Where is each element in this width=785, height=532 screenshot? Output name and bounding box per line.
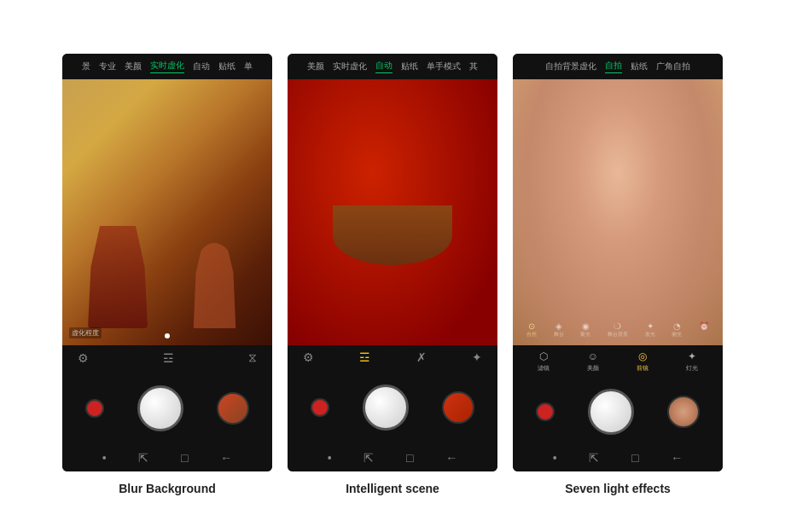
video-button-3[interactable] [536, 402, 555, 421]
caption-intelligent: Intelligent scene [346, 482, 439, 495]
portrait-scene: ⊙ 自然 ◈ 舞台 ◉ 聚光 ❍ 舞台背景 [513, 79, 723, 345]
light-icon-1[interactable]: ⊙ 自然 [526, 321, 537, 338]
blur-overlay-text: 虚化程度 [69, 327, 102, 338]
nav-item-jing[interactable]: 景 [82, 61, 90, 72]
phone-blur-background: 景 专业 美颜 实时虚化 自动 贴纸 单 虚化程度 ⚙ ☲ ⧖ [62, 54, 272, 495]
portrait-icon-filter[interactable]: ⬡ 滤镜 [538, 350, 550, 373]
light-icon-2[interactable]: ◈ 舞台 [554, 321, 564, 338]
light-icon-3[interactable]: ◉ 聚光 [580, 321, 590, 338]
phone-2-bottom: ⚙ ☲ ✗ ✦ • ⇱ □ ← [288, 345, 497, 471]
blur-dot-indicator [165, 333, 170, 338]
nav2-meiyann[interactable]: 美颜 [307, 61, 324, 72]
phone-1-icon-row: ⚙ ☲ ⧖ [69, 350, 265, 365]
square-icon-3[interactable]: □ [631, 451, 638, 465]
phone-2-shutter-row [294, 385, 491, 431]
nav3-active[interactable]: 自拍 [605, 60, 622, 73]
wine-scene: 虚化程度 [62, 79, 272, 345]
video-button[interactable] [85, 399, 104, 418]
phone-3-shutter-row [520, 389, 716, 435]
phone-3-bottom-nav: • ⇱ □ ← [520, 451, 716, 465]
settings-icon[interactable]: ⚙ [78, 351, 89, 365]
shutter-button-3[interactable] [588, 389, 634, 435]
phone-2-scene [288, 79, 497, 345]
back-icon-2[interactable]: ← [445, 451, 457, 465]
phone-2-nav: 美颜 实时虚化 自动 贴纸 单手模式 其 [288, 54, 497, 79]
nav3-bg[interactable]: 自拍背景虚化 [545, 61, 596, 72]
portrait-icon-lens[interactable]: ◎ 前镜 [637, 350, 648, 373]
nav-item-zhuanye[interactable]: 专业 [99, 61, 116, 72]
timer-icon[interactable]: ⧖ [248, 350, 257, 365]
phones-container: 景 专业 美颜 实时虚化 自动 贴纸 单 虚化程度 ⚙ ☲ ⧖ [45, 37, 740, 495]
phone-2-icon-row: ⚙ ☲ ✗ ✦ [294, 350, 491, 364]
phone-1-shutter-row [69, 385, 265, 431]
phone-3-portrait-icon-row: ⬡ 滤镜 ☺ 美颜 ◎ 前镜 ✦ 灯光 [520, 350, 716, 373]
phone-screen-2: 美颜 实时虚化 自动 贴纸 单手模式 其 ⚙ ☲ ✗ ✦ [288, 54, 497, 471]
phone-1-bottom-nav: • ⇱ □ ← [69, 451, 265, 465]
nav-item-single[interactable]: 单 [244, 61, 253, 72]
nav-item-sticker[interactable]: 贴纸 [218, 61, 236, 72]
light-icon-5[interactable]: ✦ 发光 [645, 321, 655, 338]
caption-light: Seven light effects [565, 482, 671, 495]
nav2-active[interactable]: 自动 [375, 60, 392, 73]
phone-2-bottom-nav: • ⇱ □ ← [294, 451, 491, 465]
dot-icon-3: • [553, 451, 557, 465]
settings-icon-2[interactable]: ⚙ [303, 350, 314, 364]
nav3-wide[interactable]: 广角自拍 [656, 61, 690, 72]
video-button-2[interactable] [311, 398, 329, 417]
nav2-shishi[interactable]: 实时虚化 [333, 61, 367, 72]
square-icon[interactable]: □ [181, 451, 188, 465]
flash-icon-2[interactable]: ☲ [359, 350, 370, 364]
strawberry-scene [288, 79, 497, 345]
gallery-thumbnail-2[interactable] [442, 391, 474, 424]
phone-1-scene: 虚化程度 [62, 79, 272, 345]
phone-1-bottom: ⚙ ☲ ⧖ • ⇱ □ ← [62, 345, 272, 471]
cross-icon-2[interactable]: ✗ [416, 350, 427, 364]
gallery-thumbnail-3[interactable] [667, 396, 700, 428]
flash-icon[interactable]: ☲ [163, 351, 174, 365]
light-icon-7[interactable]: ⏰ [699, 321, 709, 338]
sparkle-icon-2[interactable]: ✦ [472, 350, 482, 364]
phone-1-nav: 景 专业 美颜 实时虚化 自动 贴纸 单 [62, 54, 272, 79]
light-icon-6[interactable]: ◔ 侧光 [672, 321, 682, 338]
gallery-thumbnail[interactable] [217, 392, 249, 425]
phone-intelligent-scene: 美颜 实时虚化 自动 贴纸 单手模式 其 ⚙ ☲ ✗ ✦ [288, 54, 497, 495]
phone-screen-3: 自拍背景虚化 自拍 贴纸 广角自拍 ⊙ 自然 ◈ 舞台 [513, 54, 723, 471]
flip-icon-2[interactable]: ⇱ [363, 451, 374, 465]
portrait-icon-light[interactable]: ✦ 灯光 [686, 350, 698, 373]
phone-3-nav: 自拍背景虚化 自拍 贴纸 广角自拍 [513, 54, 723, 79]
back-icon-3[interactable]: ← [671, 451, 683, 465]
square-icon-2[interactable]: □ [406, 451, 413, 465]
phone-3-scene: ⊙ 自然 ◈ 舞台 ◉ 聚光 ❍ 舞台背景 [513, 79, 723, 345]
phone-3-bottom: ⬡ 滤镜 ☺ 美颜 ◎ 前镜 ✦ 灯光 [513, 345, 723, 471]
flip-icon[interactable]: ⇱ [138, 451, 148, 465]
nav3-sticker[interactable]: 贴纸 [631, 61, 648, 72]
shutter-button-2[interactable] [363, 385, 409, 431]
light-icon-4[interactable]: ❍ 舞台背景 [608, 321, 628, 338]
nav-item-meiyann[interactable]: 美颜 [125, 61, 142, 72]
shutter-button[interactable] [137, 385, 183, 431]
dot-icon: • [102, 451, 107, 465]
caption-blur: Blur Background [119, 482, 216, 495]
portrait-light-icons-overlay: ⊙ 自然 ◈ 舞台 ◉ 聚光 ❍ 舞台背景 [513, 321, 723, 338]
phone-screen-1: 景 专业 美颜 实时虚化 自动 贴纸 单 虚化程度 ⚙ ☲ ⧖ [62, 54, 272, 471]
back-icon[interactable]: ← [220, 451, 232, 465]
portrait-icon-beauty[interactable]: ☺ 美颜 [587, 350, 599, 373]
nav-item-auto[interactable]: 自动 [193, 61, 210, 72]
dot-icon-2: • [328, 451, 332, 465]
nav-item-active[interactable]: 实时虚化 [150, 60, 184, 73]
strawberry-bowl [333, 205, 452, 265]
flip-icon-3[interactable]: ⇱ [589, 451, 599, 465]
phone-light-effects: 自拍背景虚化 自拍 贴纸 广角自拍 ⊙ 自然 ◈ 舞台 [513, 54, 723, 495]
nav2-sticker[interactable]: 贴纸 [401, 61, 418, 72]
nav2-other[interactable]: 其 [469, 61, 478, 72]
nav2-single[interactable]: 单手模式 [427, 61, 461, 72]
